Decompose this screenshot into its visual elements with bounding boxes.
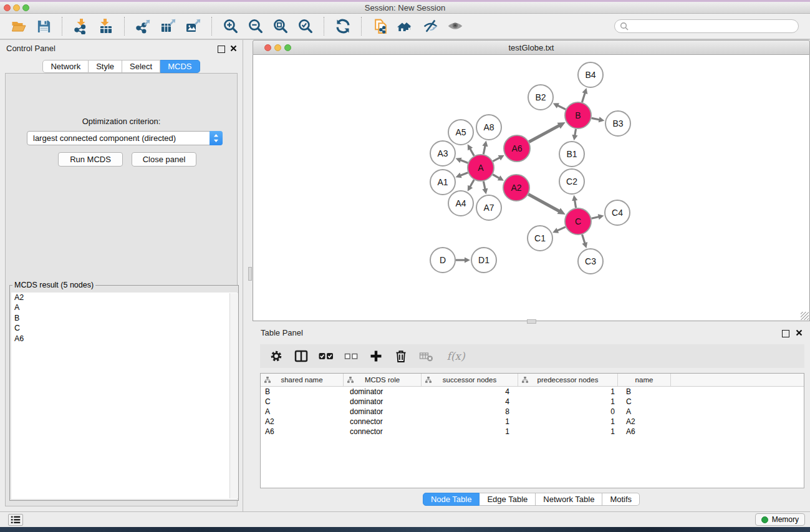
table-cell[interactable]: C bbox=[261, 397, 344, 406]
mcds-result-item[interactable]: A2 bbox=[11, 293, 237, 302]
table-row-c[interactable]: Cdominator41C bbox=[261, 397, 804, 407]
graph-edge-A-A5[interactable] bbox=[468, 144, 474, 156]
mcds-result-item[interactable]: C bbox=[11, 323, 237, 333]
add-column-icon[interactable] bbox=[369, 349, 383, 364]
table-cell[interactable]: C bbox=[618, 397, 671, 406]
table-float-panel-icon[interactable] bbox=[782, 330, 789, 337]
table-cell[interactable]: 1 bbox=[518, 417, 618, 426]
network-minimize-traffic-light[interactable] bbox=[274, 44, 281, 51]
task-history-button[interactable] bbox=[8, 514, 23, 526]
settings-icon[interactable] bbox=[269, 349, 284, 364]
zoom-selected-icon[interactable] bbox=[296, 16, 315, 36]
table-row-a[interactable]: Adominator80A bbox=[261, 407, 804, 417]
tab-motifs[interactable]: Motifs bbox=[602, 493, 640, 506]
tab-network[interactable]: Network bbox=[42, 60, 89, 73]
column-header-successor-nodes[interactable]: successor nodes bbox=[422, 374, 518, 386]
criterion-dropdown[interactable]: largest connected component (directed) bbox=[27, 131, 223, 145]
tab-select[interactable]: Select bbox=[122, 60, 160, 73]
window-resize-handle[interactable] bbox=[801, 312, 809, 320]
graph-node-B1[interactable]: B1 bbox=[559, 142, 584, 167]
graph-node-A4[interactable]: A4 bbox=[448, 191, 473, 216]
graph-edge-A-A8[interactable] bbox=[482, 141, 488, 155]
graph-edge-B-B4[interactable] bbox=[582, 88, 587, 102]
search-input[interactable] bbox=[629, 20, 798, 32]
hide-graphics-details-icon[interactable] bbox=[421, 16, 440, 36]
network-snapshot-icon[interactable] bbox=[371, 16, 390, 36]
table-cell[interactable]: 1 bbox=[518, 387, 618, 396]
graph-edge-A-A2[interactable] bbox=[493, 175, 504, 181]
graph-node-B4[interactable]: B4 bbox=[578, 62, 603, 87]
graph-node-C[interactable]: C bbox=[565, 208, 591, 235]
table-cell[interactable]: dominator bbox=[344, 407, 422, 416]
table-cell[interactable]: A2 bbox=[618, 417, 671, 426]
table-cell[interactable]: 4 bbox=[422, 387, 518, 396]
table-cell[interactable]: 8 bbox=[422, 407, 518, 416]
network-canvas-area[interactable]: B4B2BB3A5A8A6B1A3AA1C2A2A4A7C4CC1DD1C3 bbox=[253, 55, 810, 321]
export-image-icon[interactable] bbox=[184, 16, 203, 36]
deselect-all-icon[interactable] bbox=[344, 349, 359, 364]
graph-node-A8[interactable]: A8 bbox=[476, 115, 501, 140]
show-graphics-details-icon[interactable] bbox=[446, 16, 465, 36]
memory-button[interactable]: Memory bbox=[755, 513, 805, 526]
graph-edge-A-A3[interactable] bbox=[456, 158, 468, 163]
graph-node-B[interactable]: B bbox=[565, 102, 591, 128]
table-cell[interactable]: B bbox=[261, 387, 344, 396]
zoom-fit-icon[interactable] bbox=[271, 16, 290, 36]
table-cell[interactable]: A6 bbox=[261, 427, 344, 436]
table-cell[interactable]: dominator bbox=[344, 397, 422, 406]
table-cell[interactable]: 1 bbox=[422, 417, 518, 426]
table-row-b[interactable]: Bdominator41B bbox=[261, 387, 804, 397]
network-zoom-traffic-light[interactable] bbox=[284, 44, 291, 51]
graph-edge-A-A6[interactable] bbox=[493, 155, 504, 162]
graph-edge-B-B2[interactable] bbox=[553, 103, 566, 109]
export-network-icon[interactable] bbox=[134, 16, 153, 36]
graph-node-A2[interactable]: A2 bbox=[503, 175, 529, 201]
graph-edge-B-B3[interactable] bbox=[592, 117, 605, 122]
graph-node-A[interactable]: A bbox=[468, 155, 494, 181]
graph-node-C2[interactable]: C2 bbox=[559, 169, 584, 194]
function-builder-icon[interactable]: f(x) bbox=[443, 349, 468, 364]
network-close-traffic-light[interactable] bbox=[264, 44, 271, 51]
column-header-predecessor-nodes[interactable]: predecessor nodes bbox=[518, 374, 618, 386]
open-session-icon[interactable] bbox=[9, 16, 28, 36]
export-table-icon[interactable] bbox=[159, 16, 178, 36]
delete-table-icon[interactable] bbox=[418, 349, 433, 364]
result-scrollbar[interactable] bbox=[229, 293, 238, 498]
graph-node-A6[interactable]: A6 bbox=[504, 135, 530, 162]
delete-column-icon[interactable] bbox=[393, 349, 408, 364]
graph-edge-A6-B[interactable] bbox=[529, 122, 565, 142]
save-session-icon[interactable] bbox=[34, 16, 53, 36]
horizontal-splitter-handle[interactable] bbox=[527, 319, 536, 324]
tab-mcds[interactable]: MCDS bbox=[160, 60, 200, 73]
graph-edge-A-A4[interactable] bbox=[468, 180, 474, 191]
graph-edge-A-A1[interactable] bbox=[456, 173, 468, 178]
vertical-splitter-handle[interactable] bbox=[248, 267, 252, 281]
table-cell[interactable]: A bbox=[618, 407, 671, 416]
graph-node-C1[interactable]: C1 bbox=[528, 226, 552, 251]
search-box[interactable] bbox=[614, 19, 799, 33]
table-cell[interactable]: B bbox=[618, 387, 671, 396]
graph-node-A3[interactable]: A3 bbox=[430, 141, 455, 166]
graph-node-D1[interactable]: D1 bbox=[471, 248, 496, 273]
table-cell[interactable]: connector bbox=[344, 417, 422, 426]
graph-node-C4[interactable]: C4 bbox=[605, 200, 630, 225]
graph-edge-A2-C[interactable] bbox=[528, 195, 565, 215]
mcds-result-item[interactable]: A6 bbox=[11, 334, 237, 344]
column-header-mcds-role[interactable]: MCDS role bbox=[344, 374, 422, 386]
table-cell[interactable]: 4 bbox=[422, 397, 518, 406]
close-panel-button[interactable]: Close panel bbox=[132, 152, 196, 167]
graph-edge-C-C4[interactable] bbox=[591, 214, 604, 220]
table-cell[interactable]: A bbox=[261, 407, 344, 416]
table-cell[interactable]: connector bbox=[344, 427, 422, 436]
graph-edge-A-A7[interactable] bbox=[482, 181, 488, 195]
graph-node-A1[interactable]: A1 bbox=[430, 170, 455, 195]
mcds-result-item[interactable]: B bbox=[11, 313, 237, 323]
tab-node-table[interactable]: Node Table bbox=[423, 493, 480, 506]
table-cell[interactable]: A6 bbox=[618, 427, 671, 436]
select-all-icon[interactable] bbox=[319, 349, 334, 364]
graph-node-C3[interactable]: C3 bbox=[578, 249, 603, 274]
graph-edge-B-B1[interactable] bbox=[572, 129, 577, 141]
column-header-name[interactable]: name bbox=[618, 374, 671, 386]
graph-node-B3[interactable]: B3 bbox=[605, 111, 630, 136]
table-cell[interactable]: 1 bbox=[518, 397, 618, 406]
